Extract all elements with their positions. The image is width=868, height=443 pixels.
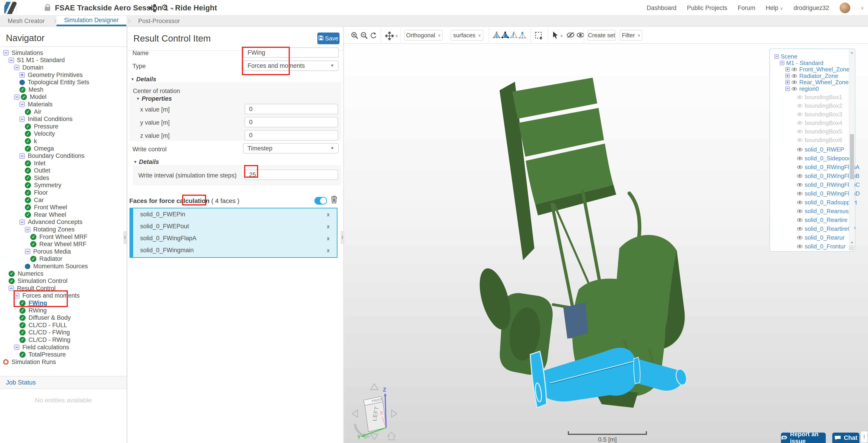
nav-username[interactable]: drodriguez32: [794, 4, 829, 11]
tree-item[interactable]: ✓Radiator: [0, 255, 127, 263]
tree-item[interactable]: ✓Simulation Control: [0, 277, 127, 285]
scene-scrollbar[interactable]: ▲ ▼: [849, 49, 855, 251]
filter-button[interactable]: Filter∨: [620, 30, 643, 41]
face-item[interactable]: solid_0_FWEPinx: [130, 208, 337, 220]
tree-item[interactable]: ✓Mesh: [0, 86, 127, 94]
tree-item[interactable]: −Materials: [0, 101, 127, 108]
tab-simulation-designer[interactable]: Simulation Designer: [57, 16, 127, 26]
scene-tree-item[interactable]: −region0: [785, 86, 819, 92]
faces-toggle[interactable]: [314, 197, 327, 205]
select-edge-icon[interactable]: [510, 32, 518, 40]
scene-tree-item[interactable]: solid_0_Frontur: [797, 243, 846, 250]
navigator-collapse-handle[interactable]: ‖: [123, 231, 127, 244]
chat-button[interactable]: Chat: [832, 433, 860, 443]
tree-item[interactable]: ✓Inlet: [0, 160, 127, 167]
account-chevron-icon[interactable]: ∨: [861, 5, 864, 11]
tree-item[interactable]: ✓Rear Wheel: [0, 211, 127, 218]
tree-item[interactable]: ✓TotalPressure: [0, 351, 127, 358]
face-item[interactable]: solid_0_FWEPoutx: [130, 220, 337, 232]
scene-tree-item[interactable]: solid_0_RWEP: [797, 146, 844, 153]
nav-dashboard[interactable]: Dashboard: [647, 4, 677, 11]
scene-tree-item[interactable]: boundingBox4: [797, 120, 842, 126]
tree-item[interactable]: ✓CL/CD - FWing: [0, 329, 127, 336]
tree-item[interactable]: −Porous Media: [0, 248, 127, 255]
write-control-select[interactable]: Timestep▼: [243, 143, 339, 154]
tree-item[interactable]: ✓Pressure: [0, 123, 127, 130]
properties-section-header[interactable]: ▼Properties: [136, 95, 172, 102]
scene-tree-item[interactable]: boundingBox1: [797, 94, 842, 100]
scene-tree-item[interactable]: −Scene: [774, 53, 798, 60]
trash-icon[interactable]: [331, 196, 338, 205]
scene-tree-item[interactable]: solid_0_Rearsusp: [797, 208, 852, 214]
render-mode-select[interactable]: surfaces∨: [451, 30, 483, 41]
remove-face-icon[interactable]: x: [327, 211, 330, 218]
avatar[interactable]: [839, 2, 850, 13]
tree-item[interactable]: ✓Front Wheel: [0, 204, 127, 211]
pan-icon[interactable]: [385, 32, 394, 41]
report-issue-button[interactable]: Report an issue: [781, 433, 826, 443]
tree-item[interactable]: Topological Entity Sets: [0, 78, 127, 86]
scene-tree-item[interactable]: boundingBox5: [797, 128, 842, 135]
zoom-out-icon[interactable]: [360, 32, 368, 40]
gear-icon[interactable]: ⚙: [161, 3, 168, 12]
pan-chevron-icon[interactable]: ∨: [395, 33, 398, 38]
remove-face-icon[interactable]: x: [327, 235, 330, 242]
remove-face-icon[interactable]: x: [327, 247, 330, 253]
scene-tree-item[interactable]: boundingBox3: [797, 111, 842, 117]
zoom-in-icon[interactable]: [351, 32, 359, 40]
tree-item[interactable]: ✓Omega: [0, 145, 127, 152]
nav-public-projects[interactable]: Public Projects: [687, 4, 727, 11]
tree-item[interactable]: −Advanced Concepts: [0, 218, 127, 226]
cursor-icon[interactable]: [553, 32, 559, 40]
cursor-chevron-icon[interactable]: ∨: [560, 33, 563, 38]
nav-help[interactable]: Help ∨: [766, 4, 783, 11]
tree-item[interactable]: ✓Air: [0, 108, 127, 115]
tree-item[interactable]: −Rotating Zones: [0, 226, 127, 233]
tab-mesh-creator[interactable]: Mesh Creator: [0, 16, 53, 26]
tree-item[interactable]: ✓Front Wheel MRF: [0, 233, 127, 241]
remove-face-icon[interactable]: x: [327, 223, 330, 230]
y-value-input[interactable]: 0: [245, 117, 338, 127]
nav-forum[interactable]: Forum: [738, 4, 755, 11]
tree-item[interactable]: ✓CL/CD - RWing: [0, 336, 127, 344]
tree-item[interactable]: ✓Diffuser & Body: [0, 314, 127, 321]
details2-section-header[interactable]: ▼Details: [133, 159, 159, 166]
scene-resize-handle[interactable]: [849, 245, 854, 250]
tree-item[interactable]: ✓Symmetry: [0, 182, 127, 189]
select-face-icon[interactable]: [501, 32, 509, 40]
tree-item[interactable]: −Domain: [0, 64, 127, 71]
create-set-button[interactable]: Create set: [587, 30, 616, 41]
tree-item[interactable]: Momentum Sources: [0, 263, 127, 270]
x-value-input[interactable]: 0: [245, 104, 338, 114]
select-volume-icon[interactable]: [493, 32, 500, 40]
simscale-logo[interactable]: [4, 2, 17, 14]
write-interval-input[interactable]: 25: [245, 170, 338, 180]
hide-icon[interactable]: [566, 32, 575, 39]
refresh-icon[interactable]: [369, 32, 377, 40]
projection-select[interactable]: Orthogonal∨: [404, 30, 442, 41]
tree-item[interactable]: −Initial Conditions: [0, 115, 127, 123]
tree-item[interactable]: ✓Outlet: [0, 167, 127, 174]
tree-item[interactable]: −Simulations: [0, 49, 127, 57]
tree-item[interactable]: ✓CL/CD - FULL: [0, 321, 127, 329]
tree-item[interactable]: −Field calculations: [0, 344, 127, 351]
select-node-icon[interactable]: [519, 32, 526, 40]
job-status-title[interactable]: Job Status: [0, 376, 127, 389]
nav-cube[interactable]: FRONT LEFT X Z Y: [348, 380, 412, 441]
face-item[interactable]: solid_0_FWingmainx: [130, 244, 337, 256]
scene-tree-item[interactable]: solid_0_Rearur: [797, 234, 844, 241]
scene-tree-item[interactable]: boundingBox6: [797, 137, 842, 143]
scene-tree-item[interactable]: −M1 - Standard: [780, 60, 824, 66]
tree-item[interactable]: −Boundary Conditions: [0, 152, 127, 160]
scene-tree-item[interactable]: +Radiator_Zone: [785, 72, 838, 79]
tree-item[interactable]: ✓Floor: [0, 189, 127, 197]
scene-tree-item[interactable]: solid_0_Reartire: [797, 216, 847, 223]
save-button[interactable]: Save: [317, 33, 340, 44]
tree-item[interactable]: ✓RWing: [0, 307, 127, 314]
face-item[interactable]: solid_0_FWingFlapAx: [130, 232, 337, 244]
scene-tree-item[interactable]: solid_0_Sidepood: [797, 155, 851, 162]
tree-item[interactable]: Simulation Runs: [0, 358, 127, 366]
alert-tab[interactable]: !: [860, 431, 868, 443]
gear-chevron-icon[interactable]: ∨: [171, 6, 174, 11]
scene-tree-item[interactable]: solid_0_Radsupport: [797, 199, 857, 206]
